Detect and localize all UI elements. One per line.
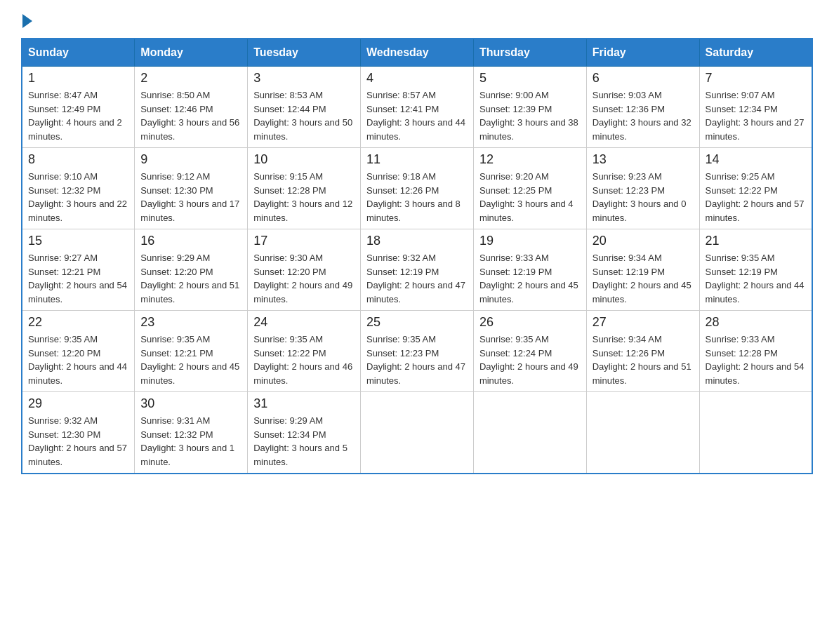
day-number: 19	[479, 234, 581, 248]
day-info: Sunrise: 9:35 AMSunset: 12:24 PMDaylight…	[479, 333, 581, 387]
calendar-day-cell: 2Sunrise: 8:50 AMSunset: 12:46 PMDayligh…	[135, 67, 248, 148]
day-number: 3	[253, 71, 355, 86]
day-info: Sunrise: 9:35 AMSunset: 12:19 PMDaylight…	[706, 251, 806, 306]
day-number: 31	[253, 396, 355, 411]
day-number: 29	[28, 396, 128, 411]
day-number: 27	[593, 315, 694, 330]
calendar-day-header: Tuesday	[248, 39, 361, 67]
day-number: 28	[706, 315, 806, 330]
calendar-table: SundayMondayTuesdayWednesdayThursdayFrid…	[21, 38, 813, 474]
calendar-day-header: Sunday	[22, 39, 135, 67]
day-number: 17	[253, 234, 355, 248]
calendar-day-header: Saturday	[699, 39, 812, 67]
calendar-week-row: 8Sunrise: 9:10 AMSunset: 12:32 PMDayligh…	[22, 148, 812, 229]
logo	[21, 14, 32, 31]
day-info: Sunrise: 9:34 AMSunset: 12:26 PMDaylight…	[593, 333, 694, 387]
calendar-week-row: 22Sunrise: 9:35 AMSunset: 12:20 PMDaylig…	[22, 311, 812, 392]
calendar-day-header: Wednesday	[361, 39, 474, 67]
day-number: 1	[28, 71, 128, 86]
day-number: 15	[28, 234, 128, 248]
day-number: 4	[366, 71, 468, 86]
day-info: Sunrise: 9:35 AMSunset: 12:20 PMDaylight…	[28, 333, 128, 387]
calendar-day-cell: 13Sunrise: 9:23 AMSunset: 12:23 PMDaylig…	[586, 148, 699, 229]
calendar-day-header: Thursday	[473, 39, 586, 67]
day-info: Sunrise: 9:32 AMSunset: 12:30 PMDaylight…	[28, 414, 128, 469]
calendar-day-cell	[699, 392, 812, 474]
day-info: Sunrise: 9:03 AMSunset: 12:36 PMDaylight…	[593, 88, 694, 143]
day-info: Sunrise: 9:15 AMSunset: 12:28 PMDaylight…	[253, 170, 355, 224]
day-number: 11	[366, 152, 468, 167]
calendar-day-cell: 19Sunrise: 9:33 AMSunset: 12:19 PMDaylig…	[473, 229, 586, 311]
calendar-week-row: 15Sunrise: 9:27 AMSunset: 12:21 PMDaylig…	[22, 229, 812, 311]
day-number: 21	[706, 234, 806, 248]
calendar-day-cell: 15Sunrise: 9:27 AMSunset: 12:21 PMDaylig…	[22, 229, 135, 311]
calendar-day-cell: 27Sunrise: 9:34 AMSunset: 12:26 PMDaylig…	[586, 311, 699, 392]
day-info: Sunrise: 9:30 AMSunset: 12:20 PMDaylight…	[253, 251, 355, 306]
day-info: Sunrise: 9:18 AMSunset: 12:26 PMDaylight…	[366, 170, 468, 224]
day-number: 7	[706, 71, 806, 86]
day-number: 18	[366, 234, 468, 248]
calendar-day-cell	[586, 392, 699, 474]
calendar-day-cell: 30Sunrise: 9:31 AMSunset: 12:32 PMDaylig…	[135, 392, 248, 474]
day-number: 16	[140, 234, 241, 248]
calendar-day-cell: 26Sunrise: 9:35 AMSunset: 12:24 PMDaylig…	[473, 311, 586, 392]
day-info: Sunrise: 9:10 AMSunset: 12:32 PMDaylight…	[28, 170, 128, 224]
day-number: 23	[140, 315, 241, 330]
calendar-day-cell: 6Sunrise: 9:03 AMSunset: 12:36 PMDayligh…	[586, 67, 699, 148]
calendar-day-cell: 14Sunrise: 9:25 AMSunset: 12:22 PMDaylig…	[699, 148, 812, 229]
day-number: 14	[706, 152, 806, 167]
day-info: Sunrise: 8:53 AMSunset: 12:44 PMDaylight…	[253, 88, 355, 143]
calendar-day-cell: 10Sunrise: 9:15 AMSunset: 12:28 PMDaylig…	[248, 148, 361, 229]
calendar-day-cell: 28Sunrise: 9:33 AMSunset: 12:28 PMDaylig…	[699, 311, 812, 392]
calendar-day-cell: 25Sunrise: 9:35 AMSunset: 12:23 PMDaylig…	[361, 311, 474, 392]
day-number: 2	[140, 71, 241, 86]
day-info: Sunrise: 9:27 AMSunset: 12:21 PMDaylight…	[28, 251, 128, 306]
day-info: Sunrise: 9:07 AMSunset: 12:34 PMDaylight…	[706, 88, 806, 143]
calendar-day-cell: 29Sunrise: 9:32 AMSunset: 12:30 PMDaylig…	[22, 392, 135, 474]
calendar-day-header: Friday	[586, 39, 699, 67]
day-info: Sunrise: 8:57 AMSunset: 12:41 PMDaylight…	[366, 88, 468, 143]
calendar-header-row: SundayMondayTuesdayWednesdayThursdayFrid…	[22, 39, 812, 67]
calendar-day-cell: 31Sunrise: 9:29 AMSunset: 12:34 PMDaylig…	[248, 392, 361, 474]
day-info: Sunrise: 9:34 AMSunset: 12:19 PMDaylight…	[593, 251, 694, 306]
day-info: Sunrise: 9:33 AMSunset: 12:28 PMDaylight…	[706, 333, 806, 387]
calendar-day-cell: 3Sunrise: 8:53 AMSunset: 12:44 PMDayligh…	[248, 67, 361, 148]
calendar-day-cell	[473, 392, 586, 474]
day-number: 12	[479, 152, 581, 167]
day-info: Sunrise: 9:35 AMSunset: 12:21 PMDaylight…	[140, 333, 241, 387]
calendar-day-cell: 22Sunrise: 9:35 AMSunset: 12:20 PMDaylig…	[22, 311, 135, 392]
day-info: Sunrise: 9:29 AMSunset: 12:34 PMDaylight…	[253, 414, 355, 469]
day-number: 24	[253, 315, 355, 330]
day-number: 25	[366, 315, 468, 330]
calendar-day-cell: 5Sunrise: 9:00 AMSunset: 12:39 PMDayligh…	[473, 67, 586, 148]
calendar-day-cell: 23Sunrise: 9:35 AMSunset: 12:21 PMDaylig…	[135, 311, 248, 392]
page-header	[21, 14, 813, 31]
day-info: Sunrise: 9:00 AMSunset: 12:39 PMDaylight…	[479, 88, 581, 143]
calendar-day-cell: 24Sunrise: 9:35 AMSunset: 12:22 PMDaylig…	[248, 311, 361, 392]
day-info: Sunrise: 9:31 AMSunset: 12:32 PMDaylight…	[140, 414, 241, 469]
calendar-day-cell: 12Sunrise: 9:20 AMSunset: 12:25 PMDaylig…	[473, 148, 586, 229]
calendar-day-cell: 11Sunrise: 9:18 AMSunset: 12:26 PMDaylig…	[361, 148, 474, 229]
day-number: 30	[140, 396, 241, 411]
calendar-week-row: 1Sunrise: 8:47 AMSunset: 12:49 PMDayligh…	[22, 67, 812, 148]
calendar-day-cell: 8Sunrise: 9:10 AMSunset: 12:32 PMDayligh…	[22, 148, 135, 229]
day-number: 6	[593, 71, 694, 86]
day-number: 26	[479, 315, 581, 330]
logo-arrow-icon	[22, 14, 32, 28]
calendar-day-cell: 21Sunrise: 9:35 AMSunset: 12:19 PMDaylig…	[699, 229, 812, 311]
calendar-day-cell: 9Sunrise: 9:12 AMSunset: 12:30 PMDayligh…	[135, 148, 248, 229]
calendar-day-cell: 18Sunrise: 9:32 AMSunset: 12:19 PMDaylig…	[361, 229, 474, 311]
day-info: Sunrise: 8:50 AMSunset: 12:46 PMDaylight…	[140, 88, 241, 143]
calendar-day-cell	[361, 392, 474, 474]
day-info: Sunrise: 8:47 AMSunset: 12:49 PMDaylight…	[28, 88, 128, 143]
day-info: Sunrise: 9:33 AMSunset: 12:19 PMDaylight…	[479, 251, 581, 306]
day-info: Sunrise: 9:25 AMSunset: 12:22 PMDaylight…	[706, 170, 806, 224]
day-number: 8	[28, 152, 128, 167]
calendar-week-row: 29Sunrise: 9:32 AMSunset: 12:30 PMDaylig…	[22, 392, 812, 474]
day-number: 10	[253, 152, 355, 167]
day-info: Sunrise: 9:35 AMSunset: 12:23 PMDaylight…	[366, 333, 468, 387]
day-info: Sunrise: 9:29 AMSunset: 12:20 PMDaylight…	[140, 251, 241, 306]
calendar-day-header: Monday	[135, 39, 248, 67]
day-info: Sunrise: 9:20 AMSunset: 12:25 PMDaylight…	[479, 170, 581, 224]
day-info: Sunrise: 9:35 AMSunset: 12:22 PMDaylight…	[253, 333, 355, 387]
